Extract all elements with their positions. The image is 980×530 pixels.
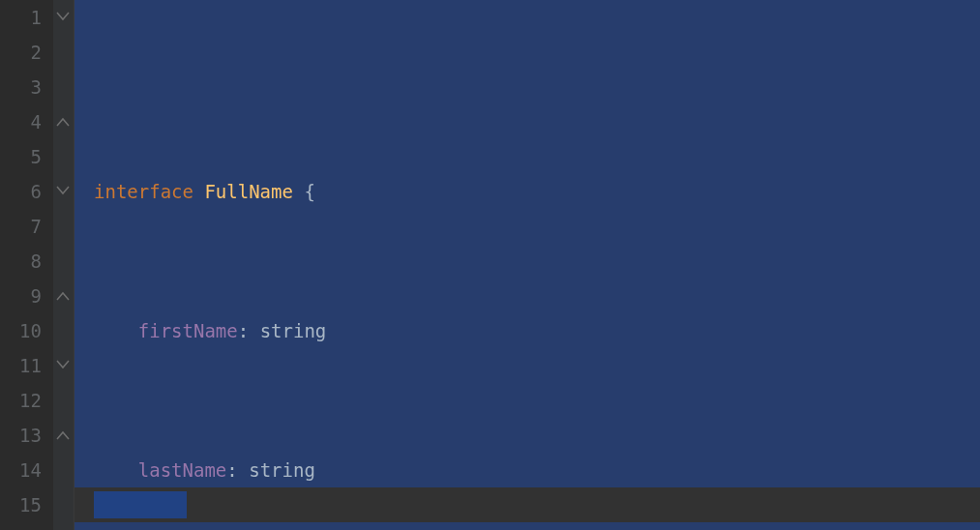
current-line-highlight: [74, 487, 980, 522]
fold-gutter-spacer: [53, 487, 74, 522]
line-number: 5: [0, 139, 42, 174]
colon: :: [238, 320, 249, 341]
editor-left-margin: [74, 0, 94, 530]
line-number: 1: [0, 0, 42, 35]
code-editor[interactable]: interface FullName { firstName: string l…: [94, 0, 980, 530]
fold-close-icon[interactable]: [53, 104, 74, 139]
line-number: 12: [0, 383, 42, 418]
line-number-gutter: 1 2 3 4 5 6 7 8 9 10 11 12 13 14 15: [0, 0, 53, 530]
code-line[interactable]: firstName: string: [94, 313, 980, 348]
fold-close-icon[interactable]: [53, 279, 74, 313]
line-number: 6: [0, 174, 42, 209]
line-number: 11: [0, 348, 42, 383]
type: string: [260, 320, 327, 341]
type-name: FullName: [204, 181, 293, 202]
fold-gutter-spacer: [53, 313, 74, 348]
fold-close-icon[interactable]: [53, 418, 74, 453]
line-number: 13: [0, 418, 42, 453]
fold-gutter-spacer: [53, 209, 74, 244]
line-number: 9: [0, 279, 42, 313]
colon: :: [226, 459, 237, 481]
line-number: 14: [0, 453, 42, 487]
text-selection: [94, 491, 187, 518]
fold-open-icon[interactable]: [53, 0, 74, 35]
fold-gutter-spacer: [53, 70, 74, 104]
keyword: interface: [94, 181, 193, 202]
fold-gutter-spacer: [53, 383, 74, 418]
fold-open-icon[interactable]: [53, 174, 74, 209]
type: string: [249, 459, 315, 481]
code-line[interactable]: interface FullName {: [94, 174, 980, 209]
line-number: 10: [0, 313, 42, 348]
fold-open-icon[interactable]: [53, 348, 74, 383]
code-line[interactable]: lastName: string: [94, 453, 980, 487]
line-number: 8: [0, 244, 42, 279]
fold-gutter-spacer: [53, 453, 74, 487]
line-number: 2: [0, 35, 42, 70]
line-number: 4: [0, 104, 42, 139]
line-number: 3: [0, 70, 42, 104]
fold-gutter-spacer: [53, 35, 74, 70]
line-number: 7: [0, 209, 42, 244]
property: firstName: [138, 320, 238, 341]
fold-gutter-spacer: [53, 244, 74, 279]
brace: {: [304, 181, 314, 202]
fold-gutter: [53, 0, 74, 530]
line-number: 15: [0, 487, 42, 522]
property: lastName: [138, 459, 227, 481]
fold-gutter-spacer: [53, 139, 74, 174]
